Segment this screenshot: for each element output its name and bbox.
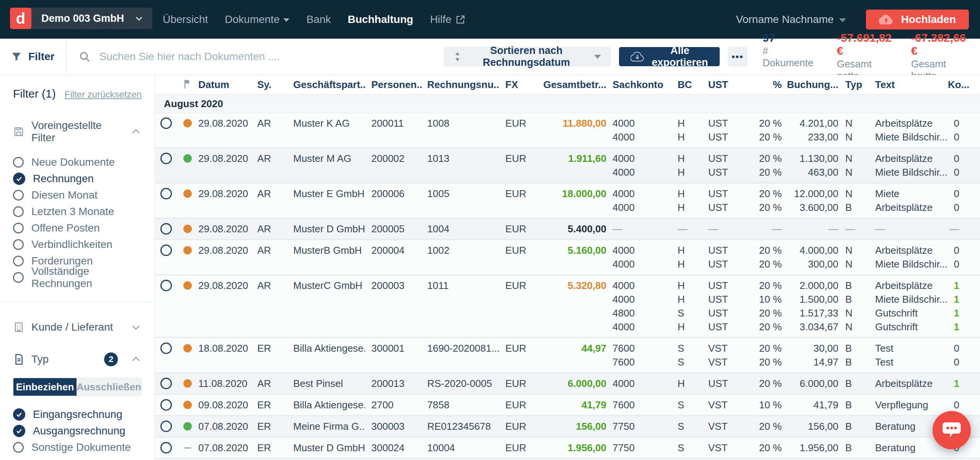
booking-amount: 41,79 — [783, 398, 840, 412]
header-ust[interactable]: UST — [705, 79, 748, 91]
filter-option[interactable]: Sonstige Dokumente — [13, 439, 142, 455]
sort-dropdown[interactable]: Sortieren nach Rechnungsdatum — [444, 47, 610, 66]
export-all-button[interactable]: Alle exportieren — [619, 47, 720, 66]
booking-ust: UST — [705, 279, 748, 292]
header-bc[interactable]: BC — [671, 79, 705, 91]
booking-pct: 20 % — [748, 257, 783, 271]
radio-button[interactable] — [160, 223, 172, 235]
header-ko[interactable]: Ko... — [948, 79, 980, 91]
sidebar-section-type[interactable]: Typ2 — [13, 352, 142, 366]
filter-option[interactable]: Ausgangsrechnung — [13, 422, 142, 439]
booking-ust: VST — [705, 441, 748, 455]
table-row[interactable]: 29.08.2020ARMuster M AG2000021013EUR1.91… — [155, 148, 980, 184]
booking-ust: UST — [705, 165, 748, 179]
booking-amount: 1.500,00 — [783, 292, 840, 306]
booking-sachkonto: 4000 — [606, 279, 671, 292]
header-typ[interactable]: Typ — [840, 79, 871, 91]
header-sy[interactable]: Sy. — [253, 79, 290, 91]
filter-option[interactable]: Neue Dokumente — [13, 154, 142, 170]
booking-ko: 0 — [948, 130, 980, 144]
cell-konto: 200003 — [365, 276, 423, 337]
header-text[interactable]: Text — [871, 79, 948, 91]
filter-toggle-button[interactable]: Filter — [0, 39, 66, 75]
user-menu[interactable]: Vorname Nachname — [736, 13, 846, 26]
table-row[interactable]: 09.08.2020ERBilla Aktiengese...27007858E… — [155, 395, 980, 416]
row-select — [155, 438, 177, 458]
filter-option[interactable]: Letzten 3 Monate — [13, 203, 142, 220]
booking-pct: 20 % — [748, 377, 783, 390]
cell-date: 09.08.2020 — [198, 395, 253, 415]
booking-ko: 0 — [948, 398, 980, 412]
nav-item-hilfe[interactable]: Hilfe — [430, 13, 466, 26]
radio-button[interactable] — [160, 188, 172, 199]
header-buchung[interactable]: Buchung... — [783, 79, 840, 91]
table-row[interactable]: 29.08.2020ARMusterB GmbH2000041002EUR5.1… — [155, 240, 980, 276]
radio-button[interactable] — [160, 442, 172, 453]
more-options-button[interactable]: ••• — [728, 47, 747, 66]
filter-option[interactable]: Rechnungen — [13, 170, 142, 187]
table-row[interactable]: 07.08.2020ERMuster D GmbH30002410004EUR1… — [155, 438, 980, 459]
radio-button[interactable] — [160, 153, 172, 164]
header-datum[interactable]: Datum — [198, 79, 253, 91]
header-fx[interactable]: FX — [499, 79, 537, 91]
filter-option[interactable]: Offene Posten — [13, 220, 142, 236]
booking-amount: 6.000,00 — [783, 377, 840, 390]
header-gesamt[interactable]: Gesamtbetr... — [537, 79, 606, 91]
booking-text: Gutschrift — [871, 306, 948, 320]
filter-option[interactable]: Diesen Monat — [13, 187, 142, 203]
table-row[interactable]: 07.08.2020ERMeine Firma G...300003RE0123… — [155, 416, 980, 438]
booking-ust: UST — [705, 187, 748, 201]
table-row[interactable]: 29.08.2020ARMusterC GmbH2000031011EUR5.3… — [155, 276, 980, 338]
header-pct[interactable]: % — [748, 79, 783, 91]
nav-item-buchhaltung[interactable]: Buchhaltung — [348, 13, 413, 26]
radio-button[interactable] — [160, 399, 172, 411]
table-row[interactable]: 11.08.2020ARBest Pinsel200013RS-2020-000… — [155, 374, 980, 395]
radio-button[interactable] — [160, 343, 172, 354]
header-partner[interactable]: Geschäftspart... — [290, 79, 365, 91]
table-row[interactable]: 29.08.2020ARMuster E GmbH2000061005EUR18… — [155, 184, 980, 219]
booking-text: Arbeitsplätze — [871, 243, 948, 257]
include-button[interactable]: Einbeziehen — [13, 378, 77, 396]
radio-button[interactable] — [160, 378, 172, 389]
search-input[interactable] — [99, 51, 444, 63]
radio-button[interactable] — [160, 245, 172, 256]
booking-line: ———————— — [606, 222, 980, 236]
booking-line: 4000HUST20 %3.034,67NGutschrift1 — [606, 320, 980, 334]
row-bookings: 4000HUST20 %6.000,00BArbeitsplätze1 — [606, 374, 980, 393]
cell-sy: AR — [253, 240, 290, 274]
reset-filters-link[interactable]: Filter zurücksetzen — [65, 89, 142, 100]
booking-bc: — — [671, 222, 705, 236]
sidebar-section-customer[interactable]: Kunde / Lieferant — [13, 321, 142, 333]
header-konto[interactable]: Personen... — [365, 79, 423, 91]
filter-option[interactable]: Verbindlichkeiten — [13, 236, 142, 253]
booking-ust: UST — [705, 292, 748, 306]
radio-button[interactable] — [160, 421, 172, 432]
table-row[interactable]: 29.08.2020ARMuster D GmbH2000051004EUR5.… — [155, 219, 980, 240]
filter-option[interactable]: Eingangsrechnung — [13, 406, 142, 422]
cloud-upload-icon — [879, 14, 893, 25]
filter-option[interactable]: Vollständige Rechnungen — [13, 269, 142, 285]
nav-item-bersicht[interactable]: Übersicht — [163, 13, 208, 26]
chat-button[interactable] — [933, 411, 971, 449]
sidebar-section-preset[interactable]: Voreingestellte Filter — [13, 119, 142, 144]
status-cell — [177, 374, 198, 393]
company-selector[interactable]: d Demo 003 GmbH — [10, 8, 152, 29]
exclude-button[interactable]: Ausschließen — [77, 378, 141, 396]
header-sachkonto[interactable]: Sachkonto — [606, 79, 671, 91]
radio-button[interactable] — [160, 117, 172, 129]
table-row[interactable]: 29.08.2020ARMuster K AG2000111008EUR11.8… — [155, 113, 980, 148]
cell-fx: EUR — [499, 338, 537, 372]
booking-amount: 463,00 — [783, 165, 840, 179]
cell-partner: Billa Aktiengese... — [290, 338, 365, 372]
cell-fx: EUR — [499, 184, 537, 217]
nav-item-bank[interactable]: Bank — [306, 13, 331, 26]
radio-button[interactable] — [160, 280, 172, 291]
table-row[interactable]: 18.08.2020ERBilla Aktiengese...300001169… — [155, 338, 980, 374]
sort-label: Sortieren nach Rechnungsdatum — [469, 45, 584, 69]
sidebar-title: Filter (1) — [13, 87, 56, 100]
ko-count: 1 — [954, 378, 959, 389]
section-options: Neue DokumenteRechnungenDiesen MonatLetz… — [13, 154, 142, 285]
nav-item-dokumente[interactable]: Dokumente — [225, 13, 289, 26]
upload-button[interactable]: Hochladen — [866, 10, 969, 29]
header-rechnr[interactable]: Rechnungsnu... — [423, 79, 499, 91]
